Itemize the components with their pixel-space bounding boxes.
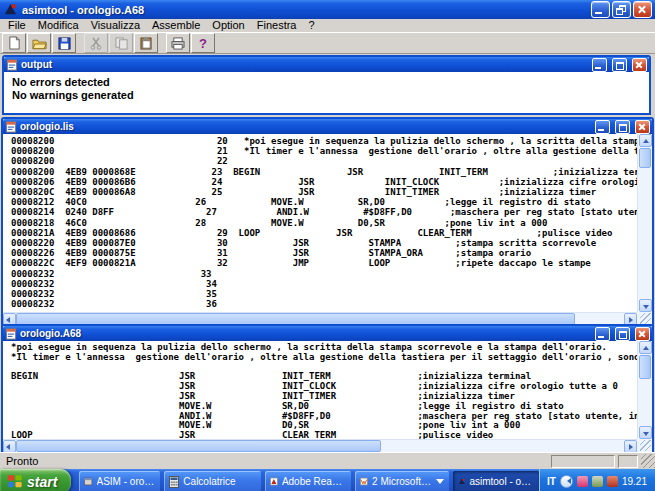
paste-button[interactable] [134,33,158,53]
a68-close-button[interactable] [635,327,650,341]
tray-icon[interactable] [592,476,603,487]
close-button[interactable] [633,1,652,18]
save-button[interactable] [52,33,76,53]
hide-icons-chevron[interactable] [560,475,573,488]
open-button[interactable] [27,33,51,53]
code-line: 00008232 36 [11,299,637,309]
lis-titlebar[interactable]: orologio.lis [3,119,652,134]
resize-grip[interactable] [640,313,651,324]
office-icon [360,476,368,487]
toolbar: ? [0,33,655,54]
print-button[interactable] [166,33,190,53]
minimize-button[interactable] [591,1,610,18]
clock[interactable]: 19.21 [622,476,647,487]
a68-titlebar[interactable]: orologio.A68 [3,326,652,341]
code-line: 0000821A 4EB9 00008686 29 LOOP JSR CLEAR… [11,228,637,238]
lis-text-area[interactable]: 00008200 20 *poi esegue in sequenza la p… [3,134,637,312]
menu-item[interactable]: Option [206,19,250,32]
scroll-up-arrow[interactable] [639,341,652,354]
paste-icon [140,37,152,50]
start-button[interactable]: start [0,469,71,491]
code-line: 00008232 34 [11,279,637,289]
code-line: 00008200 4EB9 0000868E 23 BEGIN JSR INIT… [11,167,637,177]
lis-maximize-button[interactable] [615,120,630,134]
code-line: 00008232 33 [11,269,637,279]
menu-item[interactable]: File [2,19,32,32]
scrollbar-thumb[interactable] [16,440,381,452]
copy-button[interactable] [109,33,133,53]
code-line: 00008200 22 [11,156,637,166]
window-resize-grip[interactable] [641,454,655,468]
restore-button[interactable] [612,1,631,18]
taskbar-item-label: Calcolatrice [183,476,235,487]
output-close-button[interactable] [632,58,647,72]
menu-item[interactable]: Finestra [251,19,303,32]
lis-title: orologio.lis [20,121,590,132]
cut-icon [90,37,102,50]
scroll-right-arrow[interactable] [624,440,637,452]
menu-item[interactable]: Modifica [32,19,85,32]
output-window: output No errors detectedNo warnings gen… [2,55,651,115]
group-dropdown-arrow-icon[interactable] [436,479,444,488]
a68-text-area[interactable]: *poi esegue in sequenza la pulizia dello… [3,341,637,439]
lis-vertical-scrollbar[interactable] [637,134,652,312]
a68-maximize-button[interactable] [615,327,630,341]
a68-vertical-scrollbar[interactable] [637,341,652,439]
scroll-down-arrow[interactable] [639,426,652,439]
lis-minimize-button[interactable] [595,120,610,134]
taskbar-item-office-group[interactable]: 2 Microsoft Office... [355,471,448,491]
toolbar-separator [159,34,165,52]
code-line: 00008200 20 *poi esegue in sequenza la p… [11,136,637,146]
mdi-workspace: output No errors detectedNo warnings gen… [0,54,655,452]
taskbar-item-asim[interactable]: ASIM - orologio.cfg [79,471,160,491]
language-indicator[interactable]: IT [547,476,556,487]
taskbar-item-calculator[interactable]: Calcolatrice [164,471,261,491]
document-icon [5,328,17,340]
output-text-area[interactable]: No errors detectedNo warnings generated [4,72,649,106]
output-maximize-button[interactable] [612,58,627,72]
asim-window-icon [84,476,92,487]
scroll-up-arrow[interactable] [639,134,652,147]
app-titlebar[interactable]: asimtool - orologio.A68 [0,0,655,19]
code-line: 00008220 4EB9 000087E0 30 JSR STAMPA ;st… [11,238,637,248]
scrollbar-thumb[interactable] [639,148,651,168]
asimtool-app-icon [3,2,18,17]
copy-icon [115,37,128,50]
code-line: 00008232 35 [11,289,637,299]
system-tray: IT 19.21 [539,469,655,491]
a68-horizontal-scrollbar[interactable] [3,439,637,452]
status-text: Pronto [6,455,38,467]
save-icon [58,37,71,50]
tray-icon[interactable] [577,476,588,487]
status-bar: Pronto [0,452,655,469]
lis-close-button[interactable] [635,120,650,134]
output-minimize-button[interactable] [592,58,607,72]
taskbar-item-label: Adobe Reader - [A... [282,476,347,487]
new-button[interactable] [2,33,26,53]
tray-icon[interactable] [607,476,618,487]
taskbar-item-adobe-reader[interactable]: Adobe Reader - [A... [265,471,351,491]
calculator-icon [169,476,179,488]
menu-item[interactable]: Assemble [146,19,206,32]
a68-minimize-button[interactable] [595,327,610,341]
help-button[interactable]: ? [191,33,215,53]
code-line: 00008214 0240 D8FF 27 ANDI.W #$D8FF,D0 ;… [11,207,637,217]
code-line: *Il timer e l'annessa gestione dell'orar… [11,353,637,363]
output-titlebar[interactable]: output [4,57,649,72]
desktop: asimtool - orologio.A68 FileModificaVisu… [0,0,655,491]
taskbar-item-asimtool[interactable]: asimtool - orologio.... [453,471,539,491]
taskbar: start ASIM - orologio.cfg Calcolatrice A… [0,469,655,491]
status-panel [551,455,615,468]
menu-item[interactable]: Visualizza [85,19,146,32]
taskbar-item-label: asimtool - orologio.... [469,476,534,487]
document-icon [5,121,17,133]
lis-window: orologio.lis 00008200 20 *poi esegue in … [1,117,654,327]
help-icon: ? [199,37,207,50]
resize-grip[interactable] [640,440,651,451]
scroll-left-arrow[interactable] [3,440,16,452]
cut-button[interactable] [84,33,108,53]
scroll-down-arrow[interactable] [639,299,652,312]
menu-item[interactable]: ? [303,19,321,32]
code-line: 0000822C 4EF9 0000821A 32 JMP LOOP ;ripe… [11,258,637,268]
scrollbar-thumb[interactable] [639,355,651,379]
